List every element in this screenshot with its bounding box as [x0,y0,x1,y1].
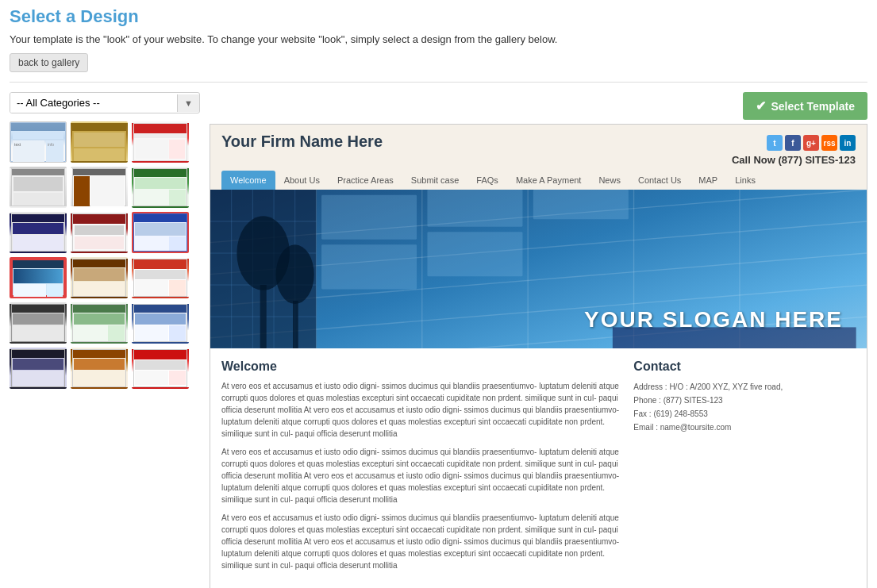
thumbnail-grid: text info [10,121,200,389]
preview-sidebar: Contact Address : H/O : A/200 XYZ, XYZ f… [633,359,856,578]
thumbnail-item[interactable] [132,167,189,208]
twitter-icon[interactable]: t [767,135,783,151]
thumbnail-item[interactable] [10,167,67,208]
thumbnail-item[interactable] [71,167,128,208]
address-value: H/O : A/200 XYZ, XYZ five road, [669,382,783,391]
thumbnail-item[interactable] [132,302,189,344]
svg-rect-12 [321,195,417,240]
lorem-paragraph-3: At vero eos et accusamus et iusto odio d… [221,512,621,571]
contact-email-line: Email : name@toursite.com [633,421,856,434]
nav-item-practice[interactable]: Practice Areas [329,171,402,190]
page-title: Select a Design [10,6,867,27]
nav-item-submit[interactable]: Submit case [402,171,468,190]
svg-rect-13 [427,190,522,227]
address-label: Address : [633,382,667,391]
checkmark-icon: ✔ [756,98,766,113]
preview-container: Your Firm Name Here t f g+ rss in Call N… [210,124,867,588]
page-wrapper: Select a Design Your template is the "lo… [0,0,877,588]
thumbnail-item[interactable] [71,121,128,163]
preview-header: Your Firm Name Here t f g+ rss in Call N… [210,125,867,190]
preview-top-bar: Your Firm Name Here t f g+ rss in [221,133,856,154]
svg-rect-29 [260,285,267,348]
select-template-button[interactable]: ✔ Select Template [743,92,867,120]
svg-rect-16 [427,232,522,276]
select-arrow-icon: ▼ [177,94,199,112]
thumbnail-item[interactable] [10,302,67,344]
nav-item-payment[interactable]: Make A Payment [507,171,590,190]
svg-point-30 [276,244,314,304]
contact-phone-line: Phone : (877) SITES-123 [633,394,856,407]
svg-rect-14 [533,190,629,219]
phone-value: (877) SITES-123 [664,396,723,405]
preview-content: Welcome At vero eos et accusamus et iust… [210,348,867,588]
category-select[interactable]: -- All Categories -- Law Firm Medical Bu… [10,93,177,113]
left-panel: -- All Categories -- Law Firm Medical Bu… [10,92,200,389]
thumbnail-item[interactable] [71,257,128,298]
hero-slogan: YOUR SLOGAN HERE [584,307,843,332]
nav-item-contact[interactable]: Contact Us [629,171,690,190]
thumbnail-item[interactable] [10,212,67,253]
phone-label: Phone : [633,396,660,405]
nav-item-welcome[interactable]: Welcome [221,171,275,190]
preview-hero: YOUR SLOGAN HERE [210,190,867,348]
thumbnail-item[interactable]: text info [10,121,67,163]
email-value: name@toursite.com [660,423,732,432]
contact-title: Contact [633,359,856,374]
nav-item-map[interactable]: MAP [690,171,726,190]
thumbnail-item[interactable] [10,348,67,389]
linkedin-icon[interactable]: in [840,135,856,151]
thumbnail-item[interactable] [132,348,189,389]
rss-icon[interactable]: rss [821,135,837,151]
contact-info: Address : H/O : A/200 XYZ, XYZ five road… [633,380,856,434]
social-icons: t f g+ rss in [767,135,856,151]
contact-fax-line: Fax : (619) 248-8553 [633,407,856,421]
facebook-icon[interactable]: f [785,135,801,151]
thumbnail-item[interactable] [71,348,128,389]
lorem-paragraph-2: At vero eos et accusamus et iusto odio d… [221,446,621,505]
nav-item-faqs[interactable]: FAQs [467,171,507,190]
fax-label: Fax : [633,409,651,418]
thumbnail-item[interactable] [132,212,189,253]
thumbnail-item[interactable] [71,212,128,253]
main-layout: -- All Categories -- Law Firm Medical Bu… [10,92,867,588]
right-panel: ✔ Select Template Your Firm Name Here t … [210,92,867,588]
welcome-title: Welcome [221,359,621,374]
thumbnail-item[interactable] [71,302,128,344]
email-label: Email : [633,423,658,432]
description-text: Your template is the "look" of your webs… [10,33,867,45]
back-to-gallery-button[interactable]: back to gallery [10,53,88,72]
preview-main-text: Welcome At vero eos et accusamus et iust… [221,359,621,578]
firm-name: Your Firm Name Here [221,133,383,151]
thumbnail-item[interactable] [10,257,67,298]
google-icon[interactable]: g+ [803,135,819,151]
preview-nav: Welcome About Us Practice Areas Submit c… [221,171,856,190]
category-select-wrapper[interactable]: -- All Categories -- Law Firm Medical Bu… [10,92,200,113]
divider [10,82,867,83]
svg-rect-31 [293,301,298,348]
fax-value: (619) 248-8553 [653,409,707,418]
thumbnail-item[interactable] [132,257,189,298]
nav-item-about[interactable]: About Us [275,171,329,190]
preview-frame: Your Firm Name Here t f g+ rss in Call N… [210,124,867,588]
thumbnail-item[interactable] [132,121,189,163]
lorem-paragraph-1: At vero eos et accusamus et iusto odio d… [221,380,621,440]
contact-address-line: Address : H/O : A/200 XYZ, XYZ five road… [633,380,856,394]
nav-item-news[interactable]: News [590,171,629,190]
nav-item-links[interactable]: Links [726,171,764,190]
svg-rect-15 [321,244,417,289]
call-now-text: Call Now (877) SITES-123 [221,154,856,171]
